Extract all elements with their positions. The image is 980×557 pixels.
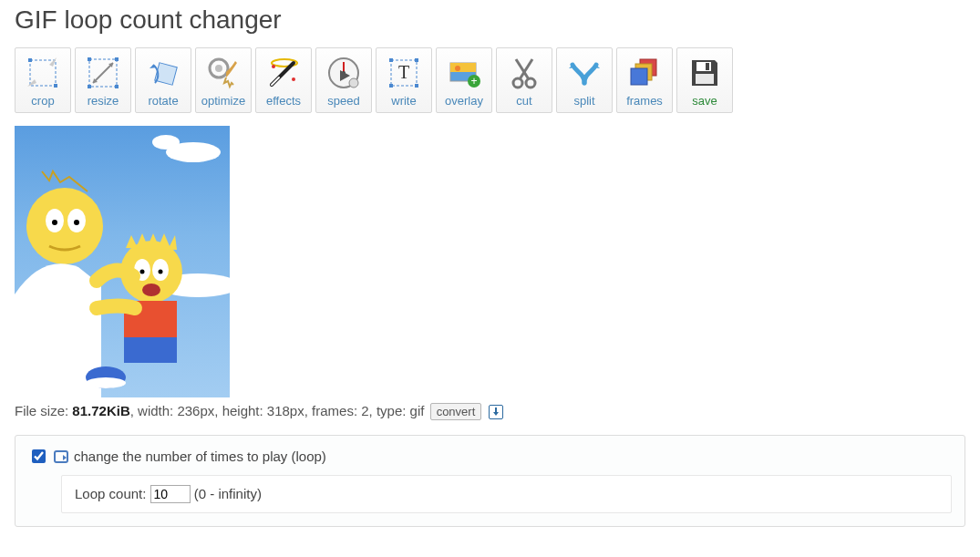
tool-label: split (557, 94, 612, 108)
svg-point-39 (52, 220, 57, 225)
loop-panel-title: change the number of times to play (loop… (74, 449, 326, 464)
page-title: GIF loop count changer (15, 5, 965, 35)
rotate-icon (136, 54, 191, 92)
download-icon[interactable] (489, 405, 503, 419)
frames-icon (617, 54, 672, 92)
svg-rect-2 (54, 84, 57, 88)
svg-rect-34 (706, 63, 709, 70)
svg-rect-6 (88, 85, 91, 88)
svg-point-40 (74, 220, 79, 225)
svg-rect-21 (389, 84, 393, 88)
svg-rect-22 (415, 84, 418, 88)
type-label: , type: (369, 403, 410, 418)
tool-overlay[interactable]: + overlay (436, 47, 492, 113)
svg-point-36 (26, 188, 103, 264)
loop-icon (54, 450, 68, 463)
svg-rect-19 (389, 58, 393, 62)
svg-point-46 (142, 284, 160, 296)
tool-frames[interactable]: frames (616, 47, 673, 113)
loop-panel: change the number of times to play (loop… (15, 435, 965, 527)
svg-point-28 (513, 78, 522, 88)
svg-rect-4 (88, 57, 91, 61)
toolbar: crop resize rotate (15, 47, 965, 113)
tool-cut[interactable]: cut (496, 47, 552, 113)
filesize-value: 81.72KiB (72, 403, 129, 418)
width-value: 236px (177, 403, 214, 418)
loop-enable-checkbox[interactable] (32, 449, 46, 463)
tool-label: frames (617, 94, 672, 108)
svg-point-44 (140, 270, 145, 274)
type-value: gif (410, 403, 425, 418)
svg-point-29 (526, 78, 535, 88)
tool-speed[interactable]: speed (315, 47, 372, 113)
svg-rect-32 (631, 68, 647, 85)
loop-panel-header: change the number of times to play (loop… (28, 447, 952, 466)
tool-write[interactable]: T write (376, 47, 432, 113)
resize-icon (76, 54, 130, 92)
tool-rotate[interactable]: rotate (135, 47, 191, 113)
loop-count-input[interactable] (150, 485, 191, 503)
svg-rect-1 (28, 58, 32, 62)
save-icon (677, 54, 732, 92)
loop-count-label: Loop count: (75, 486, 150, 501)
svg-point-50 (86, 377, 126, 388)
svg-rect-35 (696, 74, 714, 84)
svg-rect-5 (115, 57, 119, 61)
svg-rect-48 (124, 337, 177, 363)
speed-icon (316, 54, 371, 92)
svg-point-12 (272, 65, 275, 68)
optimize-icon (196, 54, 251, 92)
tool-crop[interactable]: crop (15, 47, 71, 113)
tool-label: optimize (196, 94, 251, 108)
overlay-icon: + (437, 54, 491, 92)
tool-optimize[interactable]: optimize (195, 47, 252, 113)
crop-icon (15, 54, 70, 92)
svg-point-25 (455, 66, 460, 71)
tool-save[interactable]: save (676, 47, 733, 113)
svg-point-10 (215, 65, 222, 72)
svg-rect-24 (450, 63, 476, 72)
frames-value: 2 (361, 403, 368, 418)
tool-resize[interactable]: resize (75, 47, 131, 113)
preview-image (15, 126, 230, 397)
effects-icon (256, 54, 311, 92)
tool-label: speed (316, 94, 371, 108)
tool-label: save (677, 94, 732, 108)
tool-effects[interactable]: effects (255, 47, 312, 113)
svg-rect-20 (415, 58, 418, 62)
width-label: , width: (130, 403, 178, 418)
convert-button[interactable]: convert (430, 403, 482, 420)
filesize-label: File size: (15, 403, 72, 418)
svg-text:T: T (398, 62, 409, 82)
tool-label: rotate (136, 94, 191, 108)
tool-label: effects (256, 94, 311, 108)
loop-count-hint: (0 - infinity) (191, 486, 262, 501)
height-value: 318px (267, 403, 304, 418)
svg-rect-7 (115, 85, 119, 88)
write-icon: T (377, 54, 431, 92)
tool-label: cut (497, 94, 552, 108)
tool-label: write (377, 94, 431, 108)
frames-label: , frames: (304, 403, 362, 418)
height-label: , height: (214, 403, 267, 418)
tool-label: overlay (437, 94, 491, 108)
svg-point-16 (349, 78, 358, 88)
tool-label: crop (15, 94, 70, 108)
cut-icon (497, 54, 552, 92)
tool-split[interactable]: split (556, 47, 613, 113)
svg-text:+: + (470, 75, 477, 88)
svg-point-13 (292, 77, 295, 81)
loop-panel-body: Loop count: (0 - infinity) (61, 475, 952, 513)
svg-point-45 (159, 270, 163, 274)
tool-label: resize (76, 94, 130, 108)
split-icon (557, 54, 612, 92)
file-info: File size: 81.72KiB, width: 236px, heigh… (15, 403, 965, 420)
